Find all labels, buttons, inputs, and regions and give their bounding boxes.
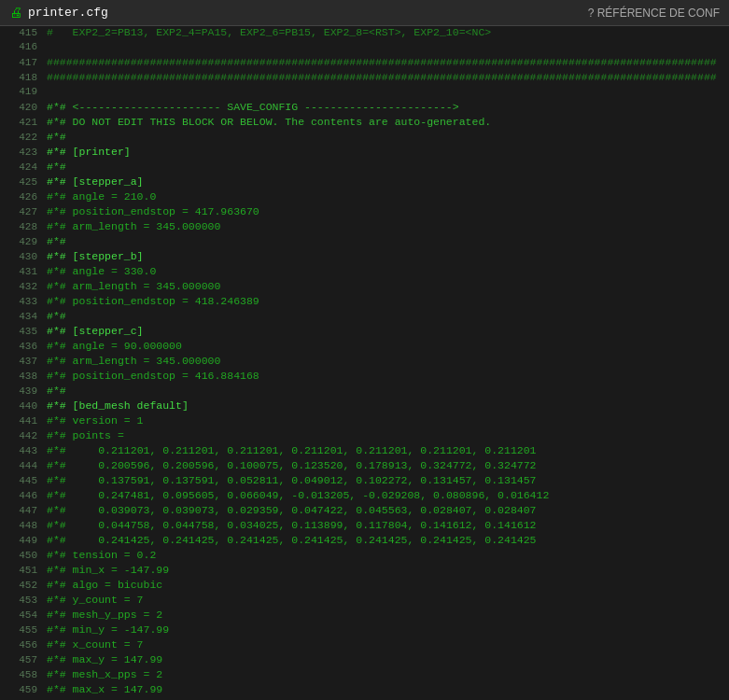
- line-number: 452: [4, 580, 37, 591]
- line-content: #*# [stepper_a]: [47, 175, 144, 188]
- code-line: 416: [0, 41, 729, 56]
- line-content: #*#: [47, 385, 66, 397]
- line-number: 427: [4, 206, 37, 217]
- line-number: 428: [4, 221, 37, 232]
- line-number: 432: [4, 281, 37, 292]
- line-number: 421: [4, 117, 37, 128]
- line-number: 438: [4, 371, 37, 382]
- code-line: 429#*#: [0, 235, 729, 250]
- line-number: 429: [4, 236, 37, 247]
- code-line: 443#*# 0.211201, 0.211201, 0.211201, 0.2…: [0, 444, 729, 459]
- line-content: ########################################…: [47, 71, 717, 83]
- line-number: 436: [4, 341, 37, 352]
- code-line: 432#*# arm_length = 345.000000: [0, 280, 729, 295]
- code-line: 446#*# 0.247481, 0.095605, 0.066049, -0.…: [0, 489, 729, 504]
- code-line: 431#*# angle = 330.0: [0, 265, 729, 280]
- line-content: #*# 0.211201, 0.211201, 0.211201, 0.2112…: [47, 444, 537, 456]
- code-line: 450#*# tension = 0.2: [0, 549, 729, 564]
- line-number: 415: [4, 27, 37, 38]
- line-content: #*# 0.044758, 0.044758, 0.034025, 0.1138…: [47, 519, 537, 531]
- code-line: 456#*# x_count = 7: [0, 638, 729, 653]
- code-line: 425#*# [stepper_a]: [0, 175, 729, 190]
- code-line: 452#*# algo = bicubic: [0, 579, 729, 594]
- line-content: #*# DO NOT EDIT THIS BLOCK OR BELOW. The…: [47, 116, 491, 128]
- line-content: #*# arm_length = 345.000000: [47, 355, 220, 367]
- line-content: #*# mesh_x_pps = 2: [47, 668, 162, 680]
- code-line: 430#*# [stepper_b]: [0, 250, 729, 265]
- line-number: 458: [4, 669, 37, 680]
- title-bar-left: 🖨 printer.cfg: [9, 6, 108, 21]
- line-number: 419: [4, 86, 37, 97]
- line-content: #*# angle = 330.0: [47, 265, 156, 277]
- code-line: 434#*#: [0, 310, 729, 325]
- line-number: 425: [4, 176, 37, 188]
- help-text[interactable]: ? RÉFÉRENCE DE CONF: [588, 7, 720, 20]
- code-line: 445#*# 0.137591, 0.137591, 0.052811, 0.0…: [0, 474, 729, 489]
- line-content: #*# min_y = -147.99: [47, 623, 169, 636]
- line-content: #*#: [47, 235, 66, 247]
- line-number: 447: [4, 505, 37, 516]
- line-number: 416: [4, 41, 37, 52]
- line-number: 448: [4, 520, 37, 531]
- code-line: 451#*# min_x = -147.99: [0, 564, 729, 579]
- line-number: 453: [4, 595, 37, 606]
- line-number: 456: [4, 639, 37, 651]
- line-content: ########################################…: [47, 56, 717, 68]
- line-content: #*# angle = 90.000000: [47, 340, 182, 352]
- line-number: 437: [4, 356, 37, 367]
- line-number: 450: [4, 550, 37, 561]
- line-number: 442: [4, 430, 37, 441]
- code-line: 459#*# max_x = 147.99: [0, 683, 729, 698]
- code-line: 447#*# 0.039073, 0.039073, 0.029359, 0.0…: [0, 504, 729, 519]
- file-title: printer.cfg: [28, 6, 108, 20]
- code-line: 428#*# arm_length = 345.000000: [0, 220, 729, 235]
- line-number: 435: [4, 326, 37, 337]
- line-content: #*# position_endstop = 416.884168: [47, 370, 259, 382]
- line-content: #*# 0.200596, 0.200596, 0.100075, 0.1235…: [47, 459, 537, 471]
- code-line: 435#*# [stepper_c]: [0, 325, 729, 340]
- code-line: 457#*# max_y = 147.99: [0, 653, 729, 668]
- code-line: 440#*# [bed_mesh default]: [0, 399, 729, 414]
- line-number: 422: [4, 132, 37, 143]
- code-line: 417#####################################…: [0, 56, 729, 71]
- line-content: #*# 0.137591, 0.137591, 0.052811, 0.0490…: [47, 474, 537, 486]
- code-line: 458#*# mesh_x_pps = 2: [0, 668, 729, 683]
- code-line: 433#*# position_endstop = 418.246389: [0, 295, 729, 310]
- line-content: #*# tension = 0.2: [47, 549, 156, 561]
- line-content: #*# max_y = 147.99: [47, 653, 162, 665]
- line-content: #*# min_x = -147.99: [47, 564, 169, 576]
- code-line: 421#*# DO NOT EDIT THIS BLOCK OR BELOW. …: [0, 116, 729, 131]
- code-line: 444#*# 0.200596, 0.200596, 0.100075, 0.1…: [0, 459, 729, 474]
- code-line: 415# EXP2_2=PB13, EXP2_4=PA15, EXP2_6=PB…: [0, 26, 729, 41]
- line-content: #*# arm_length = 345.000000: [47, 220, 220, 232]
- line-number: 424: [4, 161, 37, 173]
- line-content: #*# position_endstop = 417.963670: [47, 205, 259, 217]
- line-number: 426: [4, 191, 37, 203]
- title-bar: 🖨 printer.cfg ? RÉFÉRENCE DE CONF: [0, 0, 729, 26]
- line-number: 459: [4, 684, 37, 695]
- line-number: 441: [4, 415, 37, 427]
- code-editor[interactable]: 415# EXP2_2=PB13, EXP2_4=PA15, EXP2_6=PB…: [0, 26, 729, 700]
- line-content: #*# mesh_y_pps = 2: [47, 609, 162, 621]
- line-content: #*# 0.247481, 0.095605, 0.066049, -0.013…: [47, 489, 549, 501]
- line-number: 433: [4, 296, 37, 307]
- line-content: #*# points =: [47, 429, 124, 441]
- line-content: #*# 0.241425, 0.241425, 0.241425, 0.2414…: [47, 534, 537, 546]
- code-line: 442#*# points =: [0, 429, 729, 444]
- code-line: 422#*#: [0, 131, 729, 146]
- code-line: 423#*# [printer]: [0, 146, 729, 161]
- line-number: 446: [4, 490, 37, 501]
- line-content: #*# y_count = 7: [47, 594, 144, 606]
- code-line: 418#####################################…: [0, 71, 729, 86]
- code-line: 419: [0, 86, 729, 101]
- code-line: 449#*# 0.241425, 0.241425, 0.241425, 0.2…: [0, 534, 729, 549]
- line-number: 451: [4, 565, 37, 576]
- line-content: #*# arm_length = 345.000000: [47, 280, 220, 292]
- code-line: 438#*# position_endstop = 416.884168: [0, 370, 729, 385]
- line-number: 420: [4, 102, 37, 113]
- line-number: 455: [4, 624, 37, 636]
- line-content: #*# max_x = 147.99: [47, 683, 162, 695]
- line-content: #*# 0.039073, 0.039073, 0.029359, 0.0474…: [47, 504, 537, 516]
- line-number: 457: [4, 654, 37, 665]
- line-content: #*#: [47, 131, 66, 143]
